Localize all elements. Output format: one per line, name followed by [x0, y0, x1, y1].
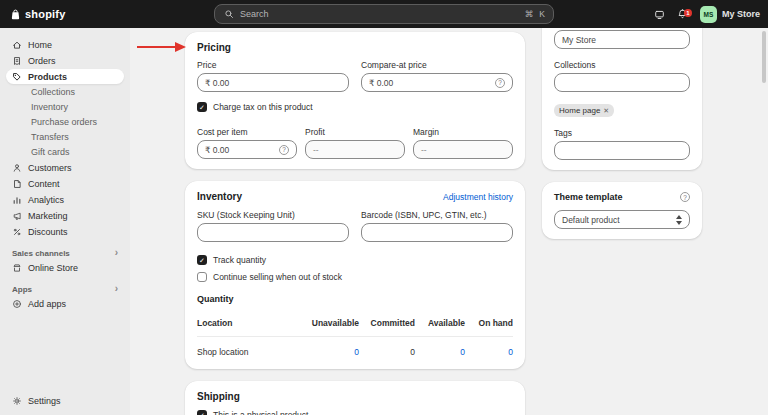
sidebar-item-analytics[interactable]: Analytics	[6, 192, 124, 207]
sidebar-item-transfers[interactable]: Transfers	[6, 130, 124, 144]
theme-template-card: Theme template ? Default product	[542, 182, 702, 239]
account-menu[interactable]: MS My Store	[700, 6, 760, 23]
physical-product-checkbox[interactable]	[197, 410, 207, 415]
main-content: Pricing Price ₹ 0.00 Compare-at price ₹ …	[130, 28, 768, 415]
barcode-label: Barcode (ISBN, UPC, GTIN, etc.)	[361, 210, 513, 220]
sales-channels-section-header[interactable]: Sales channels ›	[12, 248, 118, 258]
tags-label: Tags	[554, 128, 690, 138]
shopify-bag-icon	[10, 9, 21, 20]
sidebar: Home Orders Products Collections Invento…	[0, 28, 130, 415]
sidebar-item-label: Products	[28, 72, 67, 82]
help-icon[interactable]: ?	[495, 78, 505, 88]
shipping-card: Shipping This is a physical product Weig…	[185, 381, 525, 415]
column-committed: Committed	[359, 318, 415, 328]
add-apps-icon	[11, 298, 22, 309]
sku-input[interactable]	[197, 223, 349, 242]
search-input[interactable]: Search ⌘ K	[214, 4, 554, 24]
margin-field: Margin --	[413, 127, 513, 159]
topbar-actions: 1 MS My Store	[654, 0, 760, 28]
track-quantity-label: Track quantity	[213, 255, 266, 265]
available-cell[interactable]: 0	[415, 347, 465, 357]
charge-tax-label: Charge tax on this product	[213, 102, 313, 112]
column-unavailable: Unavailable	[301, 318, 359, 328]
shopify-admin-window: { "topbar": { "logo_text": "shopify", "s…	[0, 0, 768, 415]
sidebar-item-products[interactable]: Products	[6, 69, 124, 84]
chevron-right-icon: ›	[115, 248, 118, 258]
margin-value: --	[421, 145, 427, 155]
sidebar-item-marketing[interactable]: Marketing	[6, 208, 124, 223]
cost-per-item-label: Cost per item	[197, 127, 297, 137]
content-icon	[11, 178, 22, 189]
barcode-field: Barcode (ISBN, UPC, GTIN, etc.)	[361, 210, 513, 242]
topbar: shopify Search ⌘ K 1 MS My Store	[0, 0, 768, 28]
help-icon[interactable]: ?	[279, 145, 289, 155]
sidebar-item-home[interactable]: Home	[6, 37, 124, 52]
inventory-title: Inventory	[197, 191, 242, 202]
pricing-title: Pricing	[197, 42, 513, 53]
adjustment-history-link[interactable]: Adjustment history	[443, 192, 513, 202]
vendor-input[interactable]: My Store	[554, 30, 690, 49]
compare-at-price-label: Compare-at price	[361, 60, 513, 70]
sidebar-item-label: Orders	[28, 56, 56, 66]
sidebar-item-inventory[interactable]: Inventory	[6, 100, 124, 114]
collections-input[interactable]	[554, 73, 690, 92]
sidebar-item-online-store[interactable]: Online Store	[6, 260, 124, 275]
theme-template-select[interactable]: Default product	[554, 210, 690, 229]
cost-per-item-field: Cost per item ₹ 0.00 ?	[197, 127, 297, 159]
on-hand-cell[interactable]: 0	[465, 347, 513, 357]
sidebar-item-label: Collections	[31, 87, 75, 97]
help-icon[interactable]: ?	[680, 192, 690, 202]
apps-section-header[interactable]: Apps ›	[12, 284, 118, 294]
storefront-icon	[11, 262, 22, 273]
home-icon	[11, 39, 22, 50]
collection-chip-label: Home page	[559, 106, 600, 115]
price-input[interactable]: ₹ 0.00	[197, 73, 349, 92]
sidebar-item-gift-cards[interactable]: Gift cards	[6, 145, 124, 159]
close-icon[interactable]: ✕	[603, 107, 609, 115]
sidebar-item-label: Content	[28, 179, 60, 189]
column-location: Location	[197, 318, 301, 328]
scrollbar[interactable]	[762, 31, 766, 83]
compare-at-price-input[interactable]: ₹ 0.00 ?	[361, 73, 513, 92]
notification-badge: 1	[684, 9, 692, 17]
continue-selling-checkbox[interactable]	[197, 272, 207, 282]
charge-tax-checkbox[interactable]	[197, 102, 207, 112]
tags-input[interactable]	[554, 141, 690, 160]
sidebar-item-discounts[interactable]: Discounts	[6, 224, 124, 239]
sidebar-item-collections[interactable]: Collections	[6, 85, 124, 99]
sidebar-item-settings[interactable]: Settings	[6, 393, 124, 408]
sidebar-item-customers[interactable]: Customers	[6, 160, 124, 175]
orders-icon	[11, 55, 22, 66]
k-key-label: K	[539, 9, 545, 19]
cost-per-item-input[interactable]: ₹ 0.00 ?	[197, 140, 297, 159]
shipping-title: Shipping	[197, 391, 513, 402]
column-on-hand: On hand	[465, 318, 513, 328]
sidebar-item-label: Marketing	[28, 211, 68, 221]
vendor-value: My Store	[562, 35, 596, 45]
shopify-logo[interactable]: shopify	[0, 8, 66, 20]
barcode-input[interactable]	[361, 223, 513, 242]
unavailable-cell[interactable]: 0	[301, 347, 359, 357]
notifications-button[interactable]: 1	[677, 9, 688, 20]
discounts-icon	[11, 226, 22, 237]
compare-at-price-field: Compare-at price ₹ 0.00 ?	[361, 60, 513, 92]
collections-label: Collections	[554, 60, 690, 70]
sidebar-item-label: Online Store	[28, 263, 78, 273]
storefront-preview-button[interactable]	[654, 9, 665, 20]
inventory-table-row: Shop location 0 0 0 0	[197, 337, 513, 359]
sidebar-item-purchase-orders[interactable]: Purchase orders	[6, 115, 124, 129]
margin-label: Margin	[413, 127, 513, 137]
theme-template-value: Default product	[562, 215, 620, 225]
inventory-card: Inventory Adjustment history SKU (Stock …	[185, 181, 525, 369]
sales-channels-label: Sales channels	[12, 249, 70, 258]
select-caret-icon	[676, 215, 682, 225]
sidebar-item-orders[interactable]: Orders	[6, 53, 124, 68]
gear-icon	[11, 395, 22, 406]
location-cell: Shop location	[197, 347, 301, 357]
track-quantity-checkbox[interactable]	[197, 255, 207, 265]
sidebar-item-add-apps[interactable]: Add apps	[6, 296, 124, 311]
sidebar-item-content[interactable]: Content	[6, 176, 124, 191]
profit-input: --	[305, 140, 405, 159]
theme-template-label: Theme template	[554, 192, 623, 202]
inventory-table-header: Location Unavailable Committed Available…	[197, 310, 513, 337]
